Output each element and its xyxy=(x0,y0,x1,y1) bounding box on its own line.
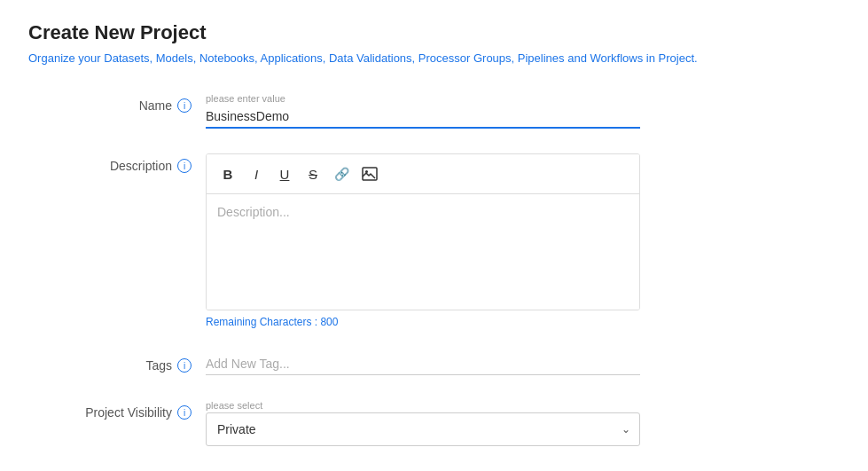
link-button[interactable]: 🔗 xyxy=(329,161,354,186)
visibility-field: please select Private Public ⌄ xyxy=(206,400,640,446)
tags-label-group: Tags i xyxy=(28,353,206,373)
tags-input[interactable] xyxy=(206,353,640,375)
tags-field xyxy=(206,353,640,375)
description-field: B I U S 🔗 Description... Remaining Chara… xyxy=(206,153,640,328)
tags-row: Tags i xyxy=(28,353,840,375)
name-hint: please enter value xyxy=(206,93,640,104)
description-label-group: Description i xyxy=(28,153,206,173)
visibility-info-icon[interactable]: i xyxy=(177,405,192,420)
description-row: Description i B I U S 🔗 Description... xyxy=(28,153,840,328)
visibility-row: Project Visibility i please select Priva… xyxy=(28,400,840,446)
page-title: Create New Project xyxy=(28,21,840,44)
strikethrough-button[interactable]: S xyxy=(301,161,325,186)
page-subtitle: Organize your Datasets, Models, Notebook… xyxy=(28,51,840,65)
visibility-select-wrapper: Private Public ⌄ xyxy=(206,412,640,446)
name-input[interactable] xyxy=(206,106,640,129)
name-row: Name i please enter value xyxy=(28,93,840,129)
remaining-chars: Remaining Characters : 800 xyxy=(206,316,640,328)
description-editor: B I U S 🔗 Description... xyxy=(206,153,640,310)
name-info-icon[interactable]: i xyxy=(177,98,192,113)
visibility-hint: please select xyxy=(206,400,640,411)
name-label-group: Name i xyxy=(28,93,206,113)
description-label: Description xyxy=(110,159,172,173)
name-field: please enter value xyxy=(206,93,640,129)
visibility-label-group: Project Visibility i xyxy=(28,400,206,420)
name-label: Name xyxy=(139,98,172,113)
description-info-icon[interactable]: i xyxy=(177,159,192,173)
italic-button[interactable]: I xyxy=(244,161,269,186)
underline-button[interactable]: U xyxy=(272,161,297,186)
bold-button[interactable]: B xyxy=(215,161,240,186)
description-content[interactable]: Description... xyxy=(207,194,639,310)
editor-toolbar: B I U S 🔗 xyxy=(207,154,639,194)
tags-info-icon[interactable]: i xyxy=(177,358,192,373)
visibility-label: Project Visibility xyxy=(85,405,172,420)
tags-label: Tags xyxy=(145,358,172,373)
image-button[interactable] xyxy=(357,161,382,186)
visibility-select[interactable]: Private Public xyxy=(207,413,639,445)
